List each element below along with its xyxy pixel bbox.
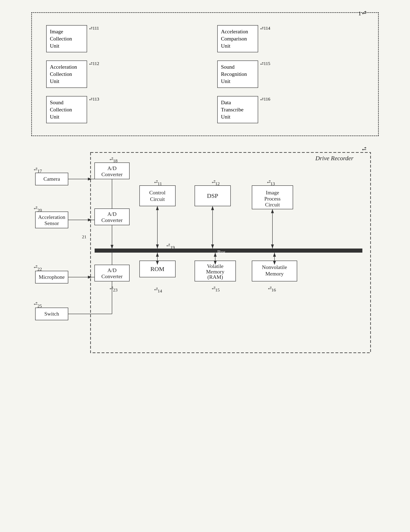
svg-marker-25 — [156, 206, 159, 210]
diagram1-outer-box: ImageCollectionUnit ⥄ 111 AccelerationCo… — [31, 12, 379, 136]
microphone-label: Microphone — [39, 274, 65, 280]
ref-114: ⥄ 114 — [260, 25, 270, 31]
list-item: AccelerationComparisonUnit ⥄ 114 — [217, 25, 364, 52]
diagram2-ref: ⥄ — [362, 146, 366, 152]
ref-number: 113 — [93, 96, 99, 102]
ref-number: 115 — [264, 61, 270, 66]
ref-number: 114 — [264, 26, 270, 31]
zag-14: ⥄ — [154, 286, 158, 291]
acceleration-comparison-unit-box: AccelerationComparisonUnit — [217, 25, 258, 52]
zag-16: ⥄ — [268, 285, 272, 290]
list-item: ImageCollectionUnit ⥄ 111 — [46, 25, 193, 52]
ref-15: 15 — [215, 287, 220, 293]
rom-label: ROM — [150, 266, 164, 272]
zag-23: ⥄ — [110, 285, 113, 290]
data-transcribe-unit-box: DataTranscribeUnit — [217, 96, 258, 123]
acceleration-sensor-label: Acceleration — [38, 214, 65, 220]
ref-19-zag: ⥄ — [166, 242, 170, 247]
dsp-label: DSP — [207, 192, 218, 199]
ref-113: ⥄ 113 — [89, 96, 99, 102]
nonvolatile-mem-line1: Nonvolatile — [262, 264, 287, 270]
zag-icon: ⥄ — [260, 61, 264, 66]
svg-marker-34 — [271, 244, 274, 248]
zag-22: ⥄ — [34, 264, 38, 269]
sound-recognition-unit-box: SoundRecognitionUnit — [217, 60, 258, 88]
zag-12: ⥄ — [212, 179, 215, 184]
ref-111: ⥄ 111 — [89, 25, 99, 31]
acceleration-collection-unit-box: AccelerationCollectionUnit — [46, 60, 87, 88]
zag-18: ⥄ — [110, 156, 113, 161]
switch-label: Switch — [44, 311, 59, 317]
ref-23: 23 — [113, 287, 117, 293]
nonvolatile-mem-line2: Memory — [265, 271, 284, 277]
svg-marker-41 — [214, 253, 217, 257]
ref-number: 112 — [93, 61, 99, 66]
drive-recorder-label: Drive Recorder — [315, 155, 353, 162]
adc2-label-line1: A/D — [107, 211, 117, 217]
svg-rect-23 — [140, 186, 175, 206]
adc3-label-line1: A/D — [107, 267, 117, 273]
zag-25: ⥄ — [34, 301, 38, 306]
adc2-label-line2: Converter — [101, 217, 123, 223]
svg-marker-45 — [273, 253, 276, 257]
zag-17: ⥄ — [34, 166, 38, 171]
sound-collection-unit-box: SoundCollectionUnit — [46, 96, 87, 123]
list-item: AccelerationCollectionUnit ⥄ 112 — [46, 60, 193, 88]
volatile-mem-line3: (RAM) — [208, 274, 223, 280]
zag-icon: ⥄ — [260, 26, 264, 30]
zag-icon: ⥄ — [89, 61, 93, 66]
image-process-line3: Circuit — [265, 202, 280, 208]
zag-icon: ⥄ — [89, 96, 93, 101]
list-item: SoundRecognitionUnit ⥄ 115 — [217, 60, 364, 88]
diagram2-svg: Drive Recorder 19 ⥄ 17 ⥄ Camera 20 ⥄ Acc… — [31, 148, 379, 363]
zag-20: ⥄ — [34, 205, 38, 210]
volatile-mem-line2: Memory — [206, 269, 224, 275]
svg-marker-26 — [156, 244, 159, 248]
ref-116: ⥄ 116 — [260, 96, 270, 102]
ref-16: 16 — [271, 287, 276, 293]
diagram2-zag-icon: ⥄ — [362, 145, 366, 152]
diagram1-wrapper: 1 ⥄ ImageCollectionUnit ⥄ 111 Accelerati… — [31, 12, 379, 136]
svg-marker-29 — [211, 206, 214, 210]
image-collection-unit-box: ImageCollectionUnit — [46, 25, 87, 52]
zag-11: ⥄ — [154, 179, 158, 184]
image-process-line2: Process — [264, 196, 280, 202]
bus-label: Bus — [217, 249, 225, 255]
ref-number: 111 — [93, 26, 99, 31]
camera-label: Camera — [44, 176, 60, 182]
zag-icon: ⥄ — [89, 26, 93, 30]
diagram1-grid: ImageCollectionUnit ⥄ 111 AccelerationCo… — [46, 25, 364, 123]
svg-marker-37 — [156, 253, 159, 257]
diagram2-wrapper: ⥄ Drive Recorder 19 ⥄ 17 ⥄ Camera 20 ⥄ A… — [31, 148, 379, 364]
zag-13: ⥄ — [267, 179, 271, 184]
adc3-label-line2: Converter — [101, 274, 123, 279]
zag-icon: ⥄ — [260, 96, 264, 101]
svg-marker-33 — [271, 209, 274, 213]
svg-rect-22 — [95, 248, 362, 253]
ref-112: ⥄ 112 — [89, 60, 99, 66]
svg-marker-30 — [211, 244, 214, 248]
ref-14: 14 — [158, 288, 162, 294]
svg-text:Sensor: Sensor — [45, 220, 59, 226]
list-item: DataTranscribeUnit ⥄ 116 — [217, 96, 364, 123]
image-process-line1: Image — [266, 190, 279, 196]
ref-number: 116 — [264, 96, 270, 102]
zag-15: ⥄ — [212, 285, 215, 290]
list-item: SoundCollectionUnit ⥄ 113 — [46, 96, 193, 123]
adc1-label-line1: A/D — [107, 165, 117, 171]
ref-21: 21 — [82, 234, 86, 239]
control-circuit-line1: Control — [149, 190, 165, 196]
ref-115: ⥄ 115 — [260, 60, 270, 66]
adc1-label-line2: Converter — [101, 171, 123, 177]
control-circuit-line2: Circuit — [150, 196, 165, 202]
